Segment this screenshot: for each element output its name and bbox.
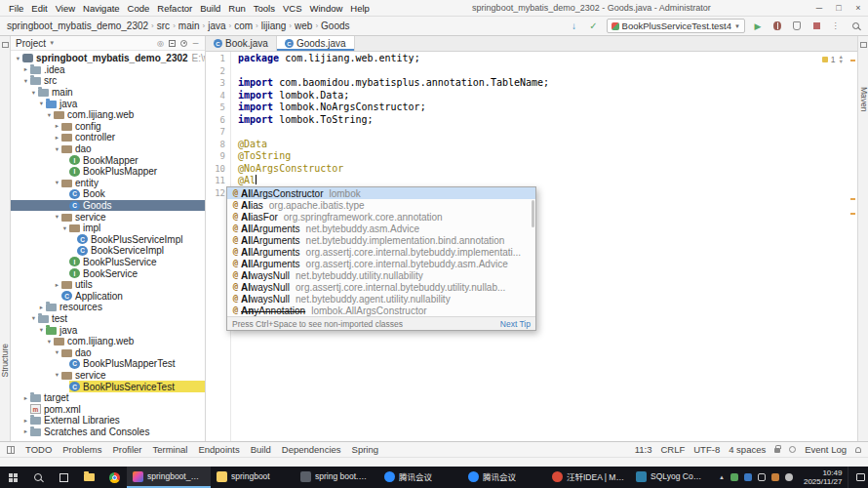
locate-file-button[interactable]: ◎ xyxy=(156,39,165,48)
tree-item[interactable]: IBookPlusMapper xyxy=(11,166,205,178)
tree-item[interactable]: ▸resources xyxy=(11,302,205,313)
file-encoding[interactable]: UTF-8 xyxy=(693,444,720,455)
code-line[interactable]: @NoArgsConstructor xyxy=(238,163,857,176)
code-line[interactable]: @ToString xyxy=(238,150,857,163)
collapse-all-button[interactable] xyxy=(168,39,177,48)
menu-window[interactable]: Window xyxy=(306,3,347,14)
menu-edit[interactable]: Edit xyxy=(27,3,51,14)
structure-toolwindow-button[interactable]: Structure xyxy=(0,344,11,378)
vcs-commit-icon[interactable]: ✓ xyxy=(587,20,601,33)
vcs-update-icon[interactable]: ↓ xyxy=(568,20,581,33)
inspection-nav-icons[interactable]: ▲▼ xyxy=(839,55,844,64)
project-panel-title[interactable]: Project xyxy=(16,38,46,49)
menu-build[interactable]: Build xyxy=(196,3,224,14)
more-actions-button[interactable]: ⋮ xyxy=(829,20,843,33)
tree-item[interactable]: ▾entity xyxy=(11,178,205,189)
maximize-button[interactable]: □ xyxy=(829,0,848,16)
taskbar-app[interactable]: SQLyog Commun... xyxy=(630,467,714,488)
breadcrumb-item[interactable]: springboot_mybatis_demo_2302 xyxy=(6,20,149,31)
stop-button[interactable] xyxy=(809,20,823,33)
toolwindow-switcher-icon[interactable] xyxy=(7,446,15,454)
code-line[interactable] xyxy=(238,65,857,78)
settings-button[interactable] xyxy=(179,39,188,48)
task-view-button[interactable] xyxy=(51,467,76,488)
taskbar-app[interactable]: 汪轩IDEA | MyBa... xyxy=(546,467,630,488)
tree-item[interactable]: ▸External Libraries xyxy=(11,415,205,427)
chevron-icon[interactable]: ▾ xyxy=(45,111,54,119)
menu-tools[interactable]: Tools xyxy=(250,3,279,14)
project-toolwindow-icon[interactable] xyxy=(2,42,9,48)
taskbar-app[interactable]: 腾讯会议 xyxy=(462,467,546,488)
completion-item[interactable]: @AlwaysNullnet.bytebuddy.utility.nullabi… xyxy=(227,269,535,281)
event-log-button[interactable]: Event Log xyxy=(805,444,847,455)
toolwindow-problems[interactable]: Problems xyxy=(62,444,101,455)
completion-item[interactable]: @AnyAnnotationlombok.AllArgsConstructor xyxy=(227,305,535,316)
breadcrumb-item[interactable]: src xyxy=(156,20,171,31)
next-tip-link[interactable]: Next Tip xyxy=(500,319,531,329)
menu-view[interactable]: View xyxy=(52,3,79,14)
chevron-icon[interactable]: ▾ xyxy=(14,55,22,62)
completion-item[interactable]: @AllArgsConstructorlombok xyxy=(227,187,535,199)
menu-file[interactable]: File xyxy=(5,3,27,14)
taskbar-clock[interactable]: 10:49 2025/11/27 xyxy=(798,468,848,486)
chevron-icon[interactable]: ▾ xyxy=(29,314,38,322)
chevron-icon[interactable]: ▾ xyxy=(53,371,61,379)
completion-item[interactable]: @AlwaysNullorg.assertj.core.internal.byt… xyxy=(227,281,535,293)
menu-navigate[interactable]: Navigate xyxy=(79,3,124,14)
taskbar-app[interactable]: spring boot.md... xyxy=(295,467,378,488)
code-line[interactable]: @Data xyxy=(238,139,857,151)
completion-item[interactable]: @AllArgumentsorg.assertj.core.internal.b… xyxy=(227,246,535,258)
tray-icon[interactable] xyxy=(744,473,752,481)
code-line[interactable]: package com.lijiang.web.entity; xyxy=(238,53,857,65)
toolwindow-terminal[interactable]: Terminal xyxy=(153,444,188,455)
tree-item[interactable]: ▾com.lijiang.web xyxy=(11,336,205,347)
completion-item[interactable]: @AllArgumentsorg.assertj.core.internal.b… xyxy=(227,258,535,269)
file-explorer-button[interactable] xyxy=(76,467,101,488)
tree-item[interactable]: IBookMapper xyxy=(11,154,205,166)
maven-toolwindow-button[interactable]: Maven xyxy=(858,87,868,112)
search-everywhere-button[interactable] xyxy=(848,20,862,33)
chevron-icon[interactable]: ▸ xyxy=(53,281,61,289)
menu-run[interactable]: Run xyxy=(224,3,249,14)
start-button[interactable] xyxy=(0,467,25,488)
toolwindow-endpoints[interactable]: Endpoints xyxy=(198,444,239,455)
caret-position[interactable]: 11:3 xyxy=(635,444,652,455)
tab-goods-java[interactable]: CGoods.java xyxy=(277,36,355,51)
tree-item[interactable]: CBookPlusServiceTest xyxy=(11,381,205,392)
event-log-icon[interactable] xyxy=(789,446,796,453)
chevron-icon[interactable]: ▾ xyxy=(53,145,61,153)
tray-icon[interactable] xyxy=(758,473,766,481)
taskbar-search-button[interactable] xyxy=(25,467,51,488)
chevron-icon[interactable]: ▾ xyxy=(21,77,30,85)
breadcrumb-item[interactable]: Goods xyxy=(320,20,350,31)
taskbar-app[interactable]: springboot_my... xyxy=(127,467,211,488)
toolwindow-todo[interactable]: TODO xyxy=(25,444,52,455)
tree-item[interactable]: IBookPlusService xyxy=(11,257,205,268)
run-button[interactable]: ▶ xyxy=(751,20,765,33)
hidden-icons-chevron[interactable]: ▲ xyxy=(719,474,725,480)
chevron-icon[interactable]: ▸ xyxy=(53,134,61,142)
tray-icon[interactable] xyxy=(771,473,779,481)
code-line[interactable]: import lombok.Data; xyxy=(238,90,857,102)
chevron-icon[interactable]: ▸ xyxy=(21,417,30,425)
breadcrumb-item[interactable]: web xyxy=(294,20,313,31)
tree-item[interactable]: CBookPlusMapperTest xyxy=(11,358,205,370)
line-separator[interactable]: CRLF xyxy=(660,444,685,455)
toolwindow-build[interactable]: Build xyxy=(251,444,271,455)
tree-item[interactable]: ▾main xyxy=(11,87,205,99)
coverage-button[interactable] xyxy=(790,20,804,33)
menu-code[interactable]: Code xyxy=(124,3,154,14)
error-stripe[interactable] xyxy=(848,52,857,441)
tree-item[interactable]: CGoods xyxy=(11,200,205,212)
tree-item[interactable]: ▾dao xyxy=(11,143,205,155)
chevron-icon[interactable]: ▾ xyxy=(53,213,61,221)
tree-item[interactable]: ▾java xyxy=(11,98,205,109)
chevron-icon[interactable]: ▸ xyxy=(21,65,30,73)
chrome-button[interactable] xyxy=(101,467,127,488)
tree-item[interactable]: IBookService xyxy=(11,267,205,279)
tree-item[interactable]: ▾test xyxy=(11,313,205,325)
minimize-button[interactable]: ─ xyxy=(809,0,829,16)
chevron-icon[interactable]: ▾ xyxy=(45,338,54,346)
stripe-mark[interactable] xyxy=(850,213,855,215)
toolwindow-dependencies[interactable]: Dependencies xyxy=(282,444,341,455)
